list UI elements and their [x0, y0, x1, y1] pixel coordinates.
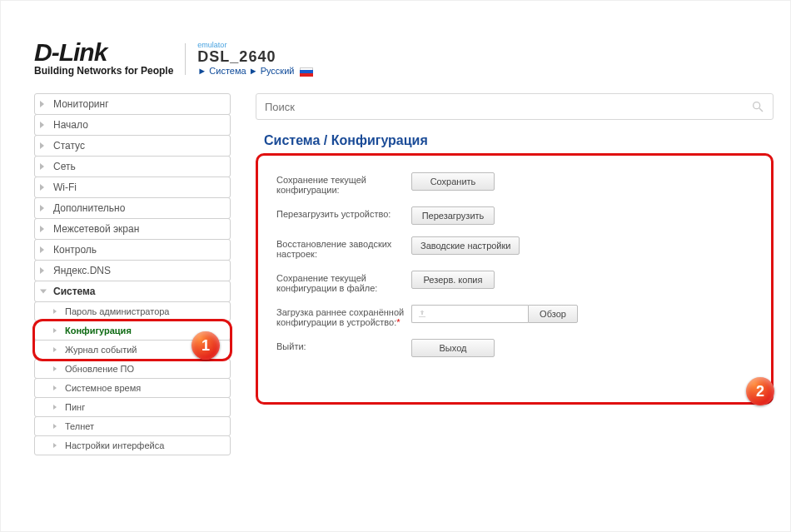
- chevron-right-icon: [40, 226, 44, 232]
- config-row-0: Сохранение текущей конфигурации:Сохранит…: [276, 172, 753, 195]
- chevron-right-icon: [40, 267, 44, 274]
- sidebar-item-label: Статус: [53, 140, 85, 152]
- sidebar-item-0[interactable]: Мониторинг: [34, 93, 231, 115]
- breadcrumb-language[interactable]: Русский: [261, 66, 295, 76]
- config-row-label: Перезагрузить устройство:: [276, 206, 411, 219]
- chevron-right-icon: [53, 405, 57, 410]
- search-icon: [751, 100, 764, 113]
- config-panel: Сохранение текущей конфигурации:Сохранит…: [256, 153, 774, 405]
- sidebar-item-8[interactable]: Яндекс.DNS: [34, 260, 231, 281]
- sidebar-subitem-label: Настройки интерфейса: [65, 440, 164, 450]
- breadcrumb-arrow-icon: ►: [197, 66, 206, 76]
- sidebar-item-label: Дополнительно: [53, 202, 125, 214]
- sidebar-subitem-0[interactable]: Пароль администратора: [34, 301, 231, 321]
- required-marker: *: [396, 317, 400, 327]
- sidebar-item-label: Начало: [53, 119, 88, 131]
- breadcrumb-arrow-icon: ►: [249, 66, 258, 76]
- upload-icon: [417, 309, 427, 319]
- callout-marker-2: 2: [746, 377, 774, 405]
- chevron-right-icon: [53, 443, 57, 448]
- chevron-right-icon: [40, 205, 44, 211]
- callout-marker-1: 1: [192, 331, 220, 360]
- chevron-right-icon: [40, 163, 44, 170]
- search-input[interactable]: [265, 101, 751, 113]
- sidebar-subitem-7[interactable]: Настройки интерфейса: [34, 435, 231, 455]
- sidebar-item-label: Система: [53, 286, 96, 297]
- chevron-right-icon: [40, 290, 47, 294]
- sidebar-subitem-label: Пинг: [65, 402, 85, 412]
- page-header: D-Link Building Networks for People emul…: [1, 1, 790, 77]
- sidebar-item-7[interactable]: Контроль: [34, 239, 231, 261]
- sidebar-subitem-label: Обновление ПО: [65, 364, 134, 374]
- chevron-right-icon: [53, 385, 57, 390]
- page-title: Система / Конфигурация: [264, 133, 774, 148]
- action-button-2[interactable]: Заводские настройки: [411, 236, 520, 255]
- config-row-label: Сохранение текущей конфигурации в файле:: [276, 271, 411, 293]
- upload-filename-box[interactable]: [411, 305, 528, 323]
- chevron-right-icon: [53, 328, 57, 333]
- breadcrumb: ► Система ► Русский: [197, 66, 312, 77]
- search-bar[interactable]: [256, 93, 774, 120]
- svg-point-0: [754, 102, 760, 109]
- sidebar-item-label: Контроль: [53, 244, 97, 256]
- header-meta: emulator DSL_2640 ► Система ► Русский: [197, 41, 312, 77]
- brand-logo: D-Link Building Networks for People: [34, 41, 173, 77]
- sidebar-subitem-3[interactable]: Обновление ПО: [34, 359, 231, 379]
- sidebar: МониторингНачалоСтатусСетьWi-FiДополните…: [34, 93, 231, 455]
- config-row-label: Загрузка раннее сохранённой конфигурации…: [276, 305, 411, 327]
- sidebar-item-2[interactable]: Статус: [34, 135, 231, 157]
- upload-control: Обзор: [411, 305, 578, 323]
- breadcrumb-system[interactable]: Система: [209, 66, 246, 76]
- config-row-2: Восстановление заводских настроек:Заводс…: [276, 236, 753, 259]
- brand-tagline: Building Networks for People: [34, 65, 173, 77]
- config-row-1: Перезагрузить устройство:Перезагрузить: [276, 206, 753, 225]
- config-row-label: Восстановление заводских настроек:: [276, 236, 411, 259]
- config-row-label: Сохранение текущей конфигурации:: [276, 172, 411, 195]
- sidebar-subitem-6[interactable]: Телнет: [34, 416, 231, 436]
- sidebar-item-label: Wi-Fi: [53, 181, 77, 193]
- sidebar-item-1[interactable]: Начало: [34, 114, 231, 136]
- header-divider: [185, 43, 186, 75]
- chevron-right-icon: [53, 424, 57, 429]
- main-content: Система / Конфигурация Сохранение текуще…: [256, 93, 774, 455]
- chevron-right-icon: [53, 309, 57, 314]
- chevron-right-icon: [53, 366, 57, 371]
- chevron-right-icon: [40, 122, 44, 128]
- browse-button[interactable]: Обзор: [528, 305, 578, 323]
- sidebar-item-label: Сеть: [53, 161, 76, 172]
- chevron-right-icon: [40, 101, 44, 107]
- sidebar-subitem-5[interactable]: Пинг: [34, 397, 231, 417]
- action-button-0[interactable]: Сохранить: [411, 172, 495, 191]
- brand-name: D-Link: [34, 41, 173, 63]
- sidebar-subitem-4[interactable]: Системное время: [34, 378, 231, 398]
- sidebar-item-label: Яндекс.DNS: [53, 265, 111, 276]
- svg-line-1: [759, 108, 763, 112]
- config-row-3: Сохранение текущей конфигурации в файле:…: [276, 271, 753, 293]
- action-button-3[interactable]: Резерв. копия: [411, 271, 495, 289]
- chevron-right-icon: [40, 142, 44, 149]
- sidebar-item-4[interactable]: Wi-Fi: [34, 177, 231, 198]
- sidebar-item-5[interactable]: Дополнительно: [34, 197, 231, 219]
- chevron-right-icon: [40, 184, 44, 191]
- config-row-4: Загрузка раннее сохранённой конфигурации…: [276, 305, 753, 327]
- chevron-right-icon: [40, 246, 44, 253]
- sidebar-item-label: Мониторинг: [53, 98, 109, 110]
- action-button-1[interactable]: Перезагрузить: [411, 206, 495, 225]
- config-row-5: Выйти:Выход: [276, 339, 753, 357]
- sidebar-item-3[interactable]: Сеть: [34, 156, 231, 177]
- model-name: DSL_2640: [197, 49, 312, 64]
- sidebar-item-label: Межсетевой экран: [53, 223, 139, 235]
- sidebar-subitem-label: Конфигурация: [65, 326, 132, 336]
- chevron-right-icon: [53, 347, 57, 352]
- config-row-label: Выйти:: [276, 339, 411, 351]
- action-button-5[interactable]: Выход: [411, 339, 495, 357]
- sidebar-item-9[interactable]: Система: [34, 281, 231, 302]
- sidebar-subitem-label: Телнет: [65, 421, 94, 431]
- sidebar-subitem-label: Системное время: [65, 383, 141, 393]
- sidebar-item-6[interactable]: Межсетевой экран: [34, 218, 231, 240]
- sidebar-subitem-label: Пароль администратора: [65, 306, 170, 316]
- sidebar-subitem-label: Журнал событий: [65, 345, 137, 355]
- flag-ru-icon: [300, 67, 313, 77]
